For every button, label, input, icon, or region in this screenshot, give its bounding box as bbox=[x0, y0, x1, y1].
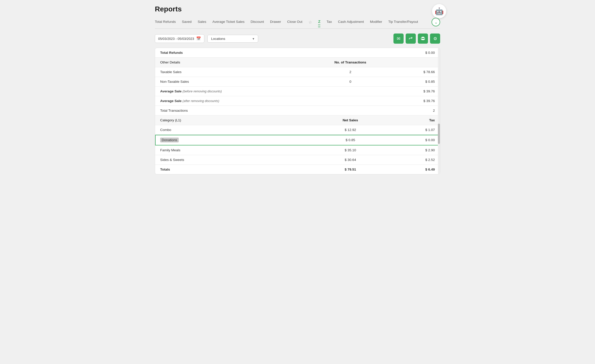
row-mid: 0 bbox=[306, 77, 394, 87]
report-table: Total Refunds $ 0.00 Other Details No. o… bbox=[155, 48, 440, 174]
row-mid: $ 35.10 bbox=[306, 145, 394, 155]
row-label: Average Sale (after removing discounts) bbox=[155, 96, 306, 106]
table-row-totals: Totals $ 79.51 $ 6.49 bbox=[155, 165, 440, 174]
print-button[interactable] bbox=[418, 34, 428, 44]
row-mid: No. of Transactions bbox=[306, 58, 394, 67]
table-row: Total Transactions 2 bbox=[155, 106, 440, 115]
row-value bbox=[394, 58, 440, 67]
date-range-label: 05/03/2023 - 05/03/2023 bbox=[158, 37, 194, 41]
row-note: (after removing discounts) bbox=[183, 99, 219, 103]
tab-close-out[interactable]: Close Out bbox=[287, 20, 302, 25]
table-row: Family Meals $ 35.10 $ 2.90 bbox=[155, 145, 440, 155]
tab-drawer[interactable]: Drawer bbox=[270, 20, 281, 25]
dropdown-chevron-icon: ▾ bbox=[253, 37, 254, 41]
date-range-picker[interactable]: 05/03/2023 - 05/03/2023 📅 bbox=[155, 34, 204, 43]
table-row-header: Category (L1) Net Sales Tax bbox=[155, 115, 440, 125]
row-value: $ 1.07 bbox=[394, 125, 440, 135]
location-dropdown[interactable]: Locations ▾ bbox=[207, 35, 258, 43]
table-row-donations: Donations $ 0.85 $ 0.00 bbox=[155, 135, 440, 145]
robot-avatar: 🤖 bbox=[432, 4, 446, 18]
tab-tax[interactable]: Tax bbox=[326, 20, 332, 25]
table-row: Taxable Sales 2 $ 78.66 bbox=[155, 67, 440, 77]
row-label: Average Sale (before removing discounts) bbox=[155, 87, 306, 96]
row-label: Total Transactions bbox=[155, 106, 306, 115]
table-row: Average Sale (before removing discounts)… bbox=[155, 87, 440, 96]
tab-saved[interactable]: Saved bbox=[182, 20, 192, 25]
row-mid bbox=[306, 106, 394, 115]
tab-tip-transfer-payout[interactable]: Tip Transfer/Payout bbox=[388, 20, 418, 25]
row-label: Combo bbox=[155, 125, 306, 135]
report-card: Total Refunds $ 0.00 Other Details No. o… bbox=[155, 48, 440, 174]
print-icon bbox=[421, 37, 425, 41]
share-button[interactable] bbox=[406, 34, 416, 44]
row-value: $ 0.00 bbox=[394, 48, 440, 58]
row-label: Non-Taxable Sales bbox=[155, 77, 306, 87]
email-button[interactable]: ✉ bbox=[393, 34, 404, 44]
row-label: Taxable Sales bbox=[155, 67, 306, 77]
table-row: Average Sale (after removing discounts) … bbox=[155, 96, 440, 106]
row-label: Totals bbox=[155, 165, 306, 174]
row-value: Tax bbox=[394, 115, 440, 125]
location-label: Locations bbox=[211, 37, 225, 41]
row-mid bbox=[306, 96, 394, 106]
table-row: Combo $ 12.92 $ 1.07 bbox=[155, 125, 440, 135]
row-mid: $ 0.85 bbox=[306, 135, 394, 145]
share-icon bbox=[409, 37, 413, 41]
scrollbar-track[interactable] bbox=[438, 48, 440, 174]
row-value: $ 0.85 bbox=[394, 77, 440, 87]
tab-discount[interactable]: Discount bbox=[251, 20, 264, 25]
settings-button[interactable]: ⚙ bbox=[430, 34, 440, 44]
tab-sales[interactable]: Sales bbox=[198, 20, 206, 25]
tab-all-reports[interactable]: Total Refunds bbox=[155, 20, 176, 25]
row-mid: Net Sales bbox=[306, 115, 394, 125]
row-mid: $ 79.51 bbox=[306, 165, 394, 174]
row-label: Donations bbox=[155, 135, 306, 145]
toolbar: 05/03/2023 - 05/03/2023 📅 Locations ▾ ✉ bbox=[155, 34, 440, 44]
row-value: $ 2.52 bbox=[394, 155, 440, 165]
tab-z[interactable]: Z bbox=[318, 19, 320, 25]
calendar-icon: 📅 bbox=[196, 36, 201, 41]
svg-rect-3 bbox=[422, 39, 424, 40]
row-mid bbox=[306, 87, 394, 96]
row-value: $ 39.76 bbox=[394, 96, 440, 106]
table-row: Non-Taxable Sales 0 $ 0.85 bbox=[155, 77, 440, 87]
page-container: 🤖 Reports Total Refunds Saved Sales Aver… bbox=[149, 0, 446, 179]
row-note: (before removing discounts) bbox=[183, 90, 222, 93]
table-row: Total Refunds $ 0.00 bbox=[155, 48, 440, 58]
favorite-star-icon[interactable]: ☆ bbox=[308, 20, 312, 25]
row-value: $ 6.49 bbox=[394, 165, 440, 174]
row-label: Other Details bbox=[155, 58, 306, 67]
row-value: $ 0.00 bbox=[394, 135, 440, 145]
row-mid bbox=[306, 48, 394, 58]
row-label: Total Refunds bbox=[155, 48, 306, 58]
nav-more-button[interactable]: ⌄ bbox=[432, 18, 440, 26]
nav-tabs: Total Refunds Saved Sales Average Ticket… bbox=[155, 18, 440, 29]
donations-label: Donations bbox=[160, 138, 179, 142]
row-label: Family Meals bbox=[155, 145, 306, 155]
chevron-down-icon: ⌄ bbox=[434, 20, 438, 25]
row-value: $ 39.76 bbox=[394, 87, 440, 96]
row-value: $ 78.66 bbox=[394, 67, 440, 77]
table-row-header: Other Details No. of Transactions bbox=[155, 58, 440, 67]
row-value: $ 2.90 bbox=[394, 145, 440, 155]
row-mid: $ 30.64 bbox=[306, 155, 394, 165]
tab-cash-adjustment[interactable]: Cash Adjustment bbox=[338, 20, 364, 25]
action-buttons: ✉ ⚙ bbox=[393, 34, 440, 44]
row-label: Category (L1) bbox=[155, 115, 306, 125]
table-row: Sides & Sweets $ 30.64 $ 2.52 bbox=[155, 155, 440, 165]
scrollbar-thumb[interactable] bbox=[438, 124, 440, 144]
row-label: Sides & Sweets bbox=[155, 155, 306, 165]
row-mid: $ 12.92 bbox=[306, 125, 394, 135]
row-value: 2 bbox=[394, 106, 440, 115]
tab-modifier[interactable]: Modifier bbox=[370, 20, 382, 25]
page-title: Reports bbox=[155, 5, 440, 13]
tab-average-ticket-sales[interactable]: Average Ticket Sales bbox=[212, 20, 245, 25]
row-mid: 2 bbox=[306, 67, 394, 77]
